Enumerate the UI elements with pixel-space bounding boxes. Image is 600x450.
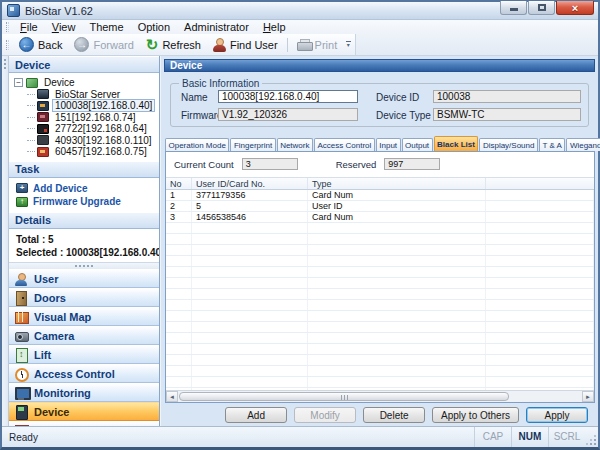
column-header-no[interactable]: No: [166, 178, 192, 189]
tree-connector: [27, 105, 35, 106]
print-icon: [297, 39, 311, 50]
task-item-add-device[interactable]: +Add Device: [9, 182, 159, 196]
device-type-field: BSMW-TC: [433, 108, 581, 121]
task-list: +Add Device↑Firmware Upgrade: [9, 178, 159, 212]
sidebar-item-label: Camera: [34, 330, 74, 342]
horizontal-scrollbar[interactable]: ◄ ►: [166, 390, 594, 402]
table-cell: [486, 256, 594, 266]
tree-expander[interactable]: −: [14, 78, 23, 87]
menu-item-option[interactable]: Option: [131, 20, 177, 34]
table-cell: 1456538546: [192, 212, 308, 222]
status-ready-text: Ready: [2, 432, 38, 443]
table-row[interactable]: 13771179356Card Num: [166, 190, 594, 201]
table-cell: [192, 333, 308, 343]
column-header-user-id-card-no[interactable]: User ID/Card No.: [192, 178, 308, 189]
sidebar-item-label: Access Control: [34, 368, 115, 380]
count-row: Current Count 3 Reserved 997: [166, 152, 594, 174]
forward-button: →Forward: [68, 35, 139, 55]
table-cell: [192, 377, 308, 387]
table-cell: [166, 311, 192, 321]
sidebar-item-device[interactable]: Device: [9, 402, 159, 421]
back-button[interactable]: ←Back: [13, 35, 68, 55]
details-total: Total : 5: [16, 234, 159, 245]
tab-black-list[interactable]: Black List: [434, 136, 479, 151]
black-list-tab-panel: Current Count 3 Reserved 997 NoUser ID/C…: [165, 151, 595, 403]
resize-grip[interactable]: [585, 427, 598, 447]
sidebar-item-user[interactable]: User: [9, 269, 159, 288]
apply-to-others-button[interactable]: Apply to Others: [432, 407, 519, 423]
apply-button[interactable]: Apply: [526, 407, 588, 423]
menu-grip: [6, 22, 9, 32]
task-item-label: Add Device: [33, 183, 87, 194]
table-cell: [486, 201, 594, 211]
table-cell: [486, 322, 594, 332]
maximize-button[interactable]: [528, 1, 555, 15]
table-cell: [192, 300, 308, 310]
tree-item[interactable]: 60457[192.168.0.75]: [27, 146, 157, 158]
tab-t-a[interactable]: T & A: [539, 138, 565, 151]
menu-item-file[interactable]: File: [13, 20, 45, 34]
window-controls: ×: [500, 1, 594, 15]
tab-input[interactable]: Input: [376, 138, 401, 151]
tab-access-control[interactable]: Access Control: [314, 138, 375, 151]
menu-item-administrator[interactable]: Administrator: [177, 20, 256, 34]
table-row-empty: [166, 333, 594, 344]
sidebar-item-doors[interactable]: Doors: [9, 288, 159, 307]
menu-item-view[interactable]: View: [45, 20, 83, 34]
table-row[interactable]: 31456538546Card Num: [166, 212, 594, 223]
toolbar-overflow-button[interactable]: ▾: [343, 41, 353, 49]
table-cell: [192, 234, 308, 244]
scroll-right-button[interactable]: ►: [582, 391, 594, 402]
scrollbar-track[interactable]: [178, 391, 582, 402]
tab-output[interactable]: Output: [402, 138, 433, 151]
minimize-button[interactable]: [500, 1, 527, 15]
tab-network[interactable]: Network: [277, 138, 313, 151]
sidebar-item-monitoring[interactable]: Monitoring: [9, 383, 159, 402]
table-cell: [486, 344, 594, 354]
current-count-label: Current Count: [174, 159, 234, 170]
column-header-type[interactable]: Type: [308, 178, 486, 189]
device-terminal-icon: [37, 101, 49, 111]
device-section-header: Device: [9, 56, 159, 73]
sidebar-item-label: Monitoring: [34, 387, 91, 399]
firmware-label: Firmware: [181, 110, 223, 121]
close-button[interactable]: ×: [556, 1, 594, 15]
menu-item-theme[interactable]: Theme: [82, 20, 130, 34]
tree-connector: [27, 128, 35, 129]
name-field[interactable]: 100038[192.168.0.40]: [218, 90, 358, 103]
modify-button: Modify: [294, 407, 356, 423]
tab-operation-mode[interactable]: Operation Mode: [165, 138, 229, 151]
sidebar-item-lift[interactable]: Lift: [9, 345, 159, 364]
column-header-empty[interactable]: [486, 178, 594, 189]
toolbar-separator: [287, 38, 288, 52]
table-cell: [166, 366, 192, 376]
refresh-button[interactable]: ↻Refresh: [140, 35, 207, 55]
add-button[interactable]: Add: [225, 407, 287, 423]
left-gutter[interactable]: [2, 56, 9, 426]
sidebar-item-camera[interactable]: Camera: [9, 326, 159, 345]
table-row[interactable]: 25User ID: [166, 201, 594, 212]
delete-button[interactable]: Delete: [363, 407, 425, 423]
tab-fingerprint[interactable]: Fingerprint: [230, 138, 275, 151]
sidebar-item-visual-map[interactable]: Visual Map: [9, 307, 159, 326]
tab-display-sound[interactable]: Display/Sound: [479, 138, 538, 151]
table-row-empty: [166, 256, 594, 267]
find-user-button[interactable]: Find User: [207, 35, 284, 55]
scroll-left-button[interactable]: ◄: [166, 391, 178, 402]
tab-wiegand[interactable]: Wiegand: [566, 138, 600, 151]
table-cell: [166, 267, 192, 277]
status-indicator-scrl: SCRL: [548, 427, 585, 447]
table-cell: [192, 256, 308, 266]
table-cell: [166, 256, 192, 266]
name-label: Name: [181, 92, 208, 103]
task-item-firmware-upgrade[interactable]: ↑Firmware Upgrade: [9, 195, 159, 209]
main-panel: Device Basic Information Name 100038[192…: [160, 56, 598, 426]
sidebar-item-access-control[interactable]: Access Control: [9, 364, 159, 383]
app-icon: [7, 4, 20, 17]
table-cell: [166, 322, 192, 332]
panel-splitter[interactable]: [9, 262, 159, 269]
table-row-empty: [166, 234, 594, 245]
content-area: Device −DeviceBioStar Server100038[192.1…: [2, 56, 598, 426]
scrollbar-thumb[interactable]: [179, 392, 509, 401]
menu-item-help[interactable]: Help: [256, 20, 293, 34]
